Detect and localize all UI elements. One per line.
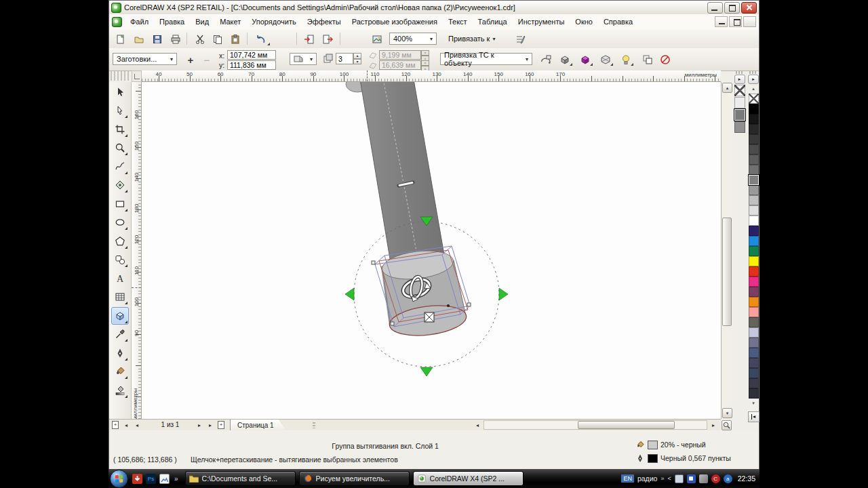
menu-item[interactable]: Инструменты <box>513 16 570 28</box>
tool-outline-pen[interactable] <box>111 344 129 362</box>
add-preset-button[interactable]: + <box>182 52 199 67</box>
color-swatch[interactable] <box>749 317 759 327</box>
minimize-button[interactable] <box>707 2 723 14</box>
handle[interactable] <box>391 322 394 325</box>
menu-item[interactable]: Таблица <box>473 16 513 28</box>
cut-scissors-button[interactable] <box>193 32 208 47</box>
color-swatch[interactable] <box>749 104 759 114</box>
color-swatch[interactable] <box>749 297 759 307</box>
extrude-depth-field[interactable]: 3 <box>336 53 353 64</box>
extrude-rotation-button[interactable] <box>538 52 554 67</box>
menu-item[interactable]: Эффекты <box>302 16 347 28</box>
drawing-canvas[interactable] <box>142 82 721 419</box>
color-swatch[interactable] <box>749 185 759 195</box>
spin-down-icon[interactable]: ▾ <box>353 59 361 65</box>
open-folder-button[interactable] <box>132 32 146 47</box>
color-swatch[interactable] <box>749 226 759 236</box>
photoshop-icon[interactable]: Ps <box>146 474 156 484</box>
handle[interactable] <box>467 303 471 306</box>
page-tab[interactable]: Страница 1 <box>230 420 287 431</box>
scroll-up-icon[interactable]: ▴ <box>722 83 732 93</box>
import-button[interactable] <box>302 32 317 47</box>
color-swatch[interactable] <box>749 205 759 216</box>
menu-item[interactable]: Справка <box>598 16 638 28</box>
color-swatch[interactable] <box>749 134 759 144</box>
scroll-down-icon[interactable]: ▾ <box>722 408 732 418</box>
tool-zoom[interactable] <box>111 139 129 157</box>
color-swatch[interactable] <box>749 307 759 317</box>
add-page-icon[interactable]: + <box>218 421 224 429</box>
doc-restore-button[interactable] <box>729 16 742 27</box>
restore-button[interactable] <box>724 2 740 14</box>
last-page-icon[interactable]: ▸ <box>205 420 215 430</box>
snap-to-dropdown[interactable]: Привязать к ▾ <box>448 33 495 45</box>
scroll-right-icon[interactable]: ▸ <box>709 420 718 430</box>
remove-preset-button[interactable]: − <box>199 52 215 67</box>
scroll-left-icon[interactable]: ◂ <box>473 420 482 430</box>
color-swatch[interactable] <box>749 144 759 155</box>
close-button[interactable] <box>741 2 757 14</box>
extrude-presets-combo[interactable]: Заготовки... ▾ <box>113 53 177 65</box>
utility-tray-icon[interactable] <box>699 474 708 483</box>
color-swatch[interactable] <box>749 266 759 277</box>
object-x-field[interactable]: 107,742 мм <box>227 50 276 60</box>
tool-crop[interactable] <box>111 121 129 138</box>
color-swatch[interactable] <box>749 124 759 134</box>
welcome-screen-button[interactable] <box>370 32 384 47</box>
depth-spinner[interactable]: ▴ ▾ <box>353 53 361 64</box>
task-button-coreldraw[interactable]: CorelDRAW X4 (SP2 ... <box>413 471 524 486</box>
vanishing-point-mode-combo[interactable]: Привязка ТС к объекту ▾ <box>440 53 532 65</box>
document-app-icon[interactable] <box>159 474 170 484</box>
palette-collapse-button[interactable]: ◂ <box>748 411 760 422</box>
color-swatch[interactable] <box>749 155 759 165</box>
zoom-level-combo[interactable]: 400% ▾ <box>389 33 437 45</box>
menu-item[interactable]: Упорядочить <box>246 16 301 28</box>
color-swatch[interactable] <box>749 94 759 104</box>
menu-item[interactable]: Файл <box>125 16 154 28</box>
color-swatch[interactable] <box>749 348 759 358</box>
menu-item[interactable]: Растровые изображения <box>347 16 443 28</box>
lighting-bulb-button[interactable] <box>618 52 634 67</box>
bevel-button[interactable] <box>597 52 614 67</box>
extrusion-type-combo[interactable]: ▾ <box>290 53 317 65</box>
tool-basic-shapes[interactable] <box>111 251 129 268</box>
horizontal-ruler[interactable]: 405060708090100110120130140150160170 мил… <box>142 70 721 82</box>
print-button[interactable] <box>168 32 183 47</box>
ruler-origin[interactable] <box>132 70 142 82</box>
spin-up-icon[interactable]: ▴ <box>353 53 361 59</box>
export-button[interactable] <box>320 32 335 47</box>
add-page-icon[interactable]: + <box>112 421 119 429</box>
tool-ellipse[interactable] <box>111 214 129 231</box>
doc-close-button[interactable] <box>743 16 756 27</box>
handle[interactable] <box>372 261 375 264</box>
color-swatch[interactable] <box>734 97 745 108</box>
color-swatch[interactable] <box>749 327 759 338</box>
chevron-down-icon[interactable]: ▾ <box>427 33 436 44</box>
paste-button[interactable] <box>228 32 243 47</box>
tool-polygon[interactable] <box>111 232 129 250</box>
task-button-firefox[interactable]: Рисуем увеличитель... <box>299 471 410 486</box>
undo-button[interactable] <box>252 32 271 47</box>
messenger-tray-icon[interactable] <box>687 474 696 483</box>
previous-page-icon[interactable]: ◂ <box>132 420 142 430</box>
color-swatch[interactable] <box>749 277 759 287</box>
color-swatch[interactable] <box>749 195 759 205</box>
color-swatch[interactable] <box>749 338 759 348</box>
color-swatch[interactable] <box>749 378 759 388</box>
next-page-icon[interactable]: ▸ <box>195 420 204 430</box>
color-swatch[interactable] <box>749 358 759 368</box>
language-indicator[interactable]: EN <box>621 474 634 483</box>
copy-button[interactable] <box>210 32 225 47</box>
horizontal-scroll-thumb[interactable] <box>578 421 675 429</box>
tool-shape[interactable] <box>111 102 129 119</box>
color-swatch[interactable] <box>749 256 759 266</box>
tool-table[interactable] <box>111 288 129 306</box>
quick-launch-overflow-icon[interactable]: » <box>174 475 178 483</box>
tool-smart-fill[interactable] <box>111 176 129 194</box>
scrollbar-splitter[interactable] <box>313 422 315 428</box>
vertical-scroll-thumb[interactable] <box>722 218 732 326</box>
color-swatch[interactable] <box>749 165 759 175</box>
object-y-field[interactable]: 111,836 мм <box>227 60 276 70</box>
tray-collapse-icon[interactable]: < <box>667 475 671 482</box>
tool-text[interactable]: A <box>111 270 129 287</box>
